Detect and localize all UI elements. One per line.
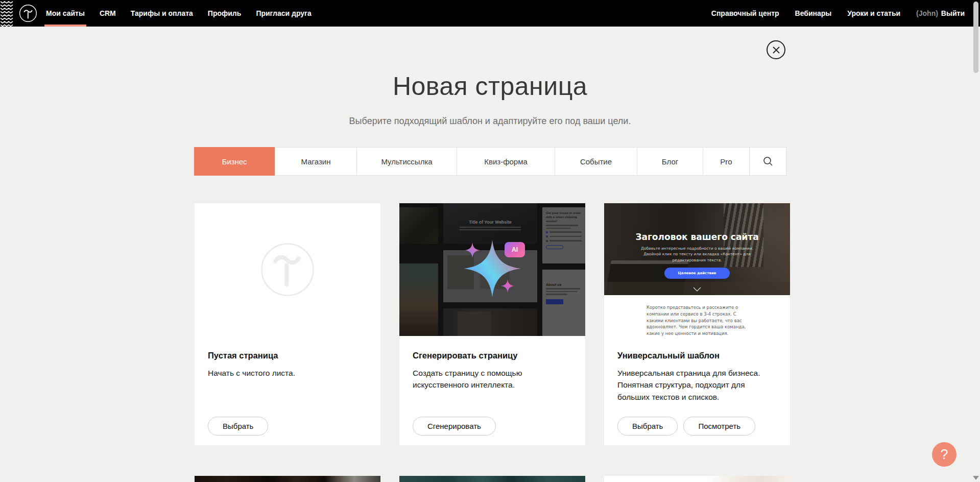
tab-business[interactable]: Бизнес <box>194 147 275 176</box>
nav-item-help-center[interactable]: Справочный центр <box>711 0 779 27</box>
nav-item-invite-friend[interactable]: Пригласи друга <box>256 0 311 27</box>
nav-right: Справочный центр Вебинары Уроки и статьи… <box>696 0 965 27</box>
card-description: Создать страницу с помощью искусственног… <box>413 367 572 391</box>
template-body-preview: Коротко представьтесь и расскажите о ком… <box>604 295 790 336</box>
choose-button[interactable]: Выбрать <box>208 417 268 436</box>
hero-title: Заголовок вашего сайта <box>604 232 790 242</box>
card-universal-template[interactable]: Заголовок вашего сайта Добавьте интересн… <box>604 203 790 445</box>
universal-template-preview: Заголовок вашего сайта Добавьте интересн… <box>604 203 790 336</box>
ai-preview: Title of Your Website Get your house in … <box>399 203 585 336</box>
logout-link[interactable]: Выйти <box>941 9 965 17</box>
ai-badge: AI <box>505 242 525 257</box>
card-title: Сгенерировать страницу <box>413 351 572 360</box>
card-title: Пустая страница <box>208 351 367 360</box>
nav-item-lessons[interactable]: Уроки и статьи <box>847 0 900 27</box>
zigzag-pattern-icon <box>0 0 13 27</box>
ai-sparkle-small-icon <box>465 243 480 258</box>
nav-item-label: Тарифы и оплата <box>131 9 193 17</box>
nav-left: Мои сайты CRM Тарифы и оплата Профиль Пр… <box>46 0 326 27</box>
card-title: Универсальный шаблон <box>617 351 777 360</box>
view-button[interactable]: Посмотреть <box>683 417 755 436</box>
tilda-watermark-icon <box>260 243 315 297</box>
search-icon <box>763 156 773 166</box>
tab-label: Мультиссылка <box>381 157 432 166</box>
card-preview-partial[interactable] <box>604 476 790 482</box>
nav-item-webinars[interactable]: Вебинары <box>795 0 832 27</box>
tab-label: Блог <box>662 157 678 166</box>
nav-item-profile[interactable]: Профиль <box>208 0 242 27</box>
scroll-down-arrow-icon[interactable] <box>973 476 979 480</box>
tab-event[interactable]: Событие <box>555 147 637 176</box>
tab-label: Событие <box>580 157 612 166</box>
template-cards-row-2 <box>195 476 790 482</box>
tab-store[interactable]: Магазин <box>275 147 357 176</box>
nav-item-tariffs[interactable]: Тарифы и оплата <box>131 0 193 27</box>
tab-label: Магазин <box>301 157 331 166</box>
hero-content: Заголовок вашего сайта Добавьте интересн… <box>604 203 790 295</box>
tab-label: Pro <box>720 157 732 166</box>
card-preview-partial[interactable] <box>195 476 380 482</box>
nav-item-label: Вебинары <box>795 9 832 17</box>
user-chunk: (John) Выйти <box>916 0 965 27</box>
choose-button[interactable]: Выбрать <box>617 417 678 436</box>
card-description: Начать с чистого листа. <box>208 367 367 379</box>
template-body-text: Коротко представьтесь и расскажите о ком… <box>647 304 748 336</box>
close-icon <box>772 46 780 54</box>
template-category-tabs: Бизнес Магазин Мультиссылка Квиз-форма С… <box>194 147 786 176</box>
tab-multilink[interactable]: Мультиссылка <box>357 147 457 176</box>
nav-item-label: Пригласи друга <box>256 9 311 17</box>
hero-subtitle: Добавьте интересные подробности о вашей … <box>633 246 761 263</box>
card-ai-generate[interactable]: Title of Your Website Get your house in … <box>399 203 585 445</box>
card-buttons: Сгенерировать <box>413 417 496 436</box>
tab-pro[interactable]: Pro <box>703 147 750 176</box>
page-subtitle: Выберите подходящий шаблон и адаптируйте… <box>0 116 980 127</box>
generate-button[interactable]: Сгенерировать <box>413 417 496 436</box>
card-blank-page[interactable]: Пустая страница Начать с чистого листа. … <box>195 203 380 445</box>
card-buttons: Выбрать Посмотреть <box>617 417 755 436</box>
nav-item-label: Профиль <box>208 9 242 17</box>
scrollbar[interactable] <box>971 0 980 482</box>
template-hero: Заголовок вашего сайта Добавьте интересн… <box>604 203 790 295</box>
tab-label: Квиз-форма <box>484 157 528 166</box>
card-description: Универсальная страница для бизнеса. Поня… <box>617 367 777 403</box>
tab-blog[interactable]: Блог <box>637 147 703 176</box>
page-title: Новая страница <box>0 71 980 101</box>
tilda-logo-icon[interactable] <box>19 4 37 22</box>
ai-sparkle-small-icon <box>501 279 514 293</box>
top-nav: Мои сайты CRM Тарифы и оплата Профиль Пр… <box>0 0 980 27</box>
chevron-down-icon <box>693 287 701 292</box>
tab-search[interactable] <box>750 147 786 176</box>
close-button[interactable] <box>767 40 785 59</box>
card-body: Пустая страница Начать с чистого листа. <box>195 336 380 379</box>
nav-item-my-sites[interactable]: Мои сайты <box>46 0 85 27</box>
nav-item-label: CRM <box>100 9 116 17</box>
card-body: Сгенерировать страницу Создать страницу … <box>399 336 585 391</box>
hero-cta-button: Целевое действие <box>664 268 730 279</box>
scrollbar-thumb[interactable] <box>973 2 978 73</box>
tab-quiz-form[interactable]: Квиз-форма <box>457 147 555 176</box>
card-body: Универсальный шаблон Универсальная стран… <box>604 336 790 403</box>
blank-page-preview <box>195 203 380 336</box>
user-name: (John) <box>916 9 938 17</box>
card-preview-partial[interactable] <box>399 476 585 482</box>
help-button[interactable]: ? <box>932 442 957 467</box>
nav-item-label: Справочный центр <box>711 9 779 17</box>
template-cards-row: Пустая страница Начать с чистого листа. … <box>195 203 790 445</box>
nav-item-label: Мои сайты <box>46 9 85 17</box>
nav-item-crm[interactable]: CRM <box>100 0 116 27</box>
card-buttons: Выбрать <box>208 417 268 436</box>
nav-item-label: Уроки и статьи <box>847 9 900 17</box>
tab-label: Бизнес <box>222 157 247 166</box>
